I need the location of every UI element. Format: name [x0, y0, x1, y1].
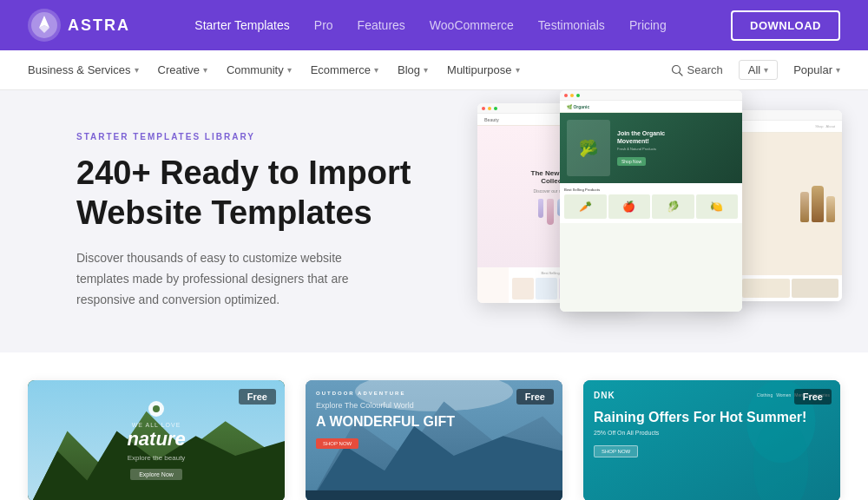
search-button[interactable]: Search	[671, 63, 723, 76]
search-label: Search	[687, 63, 723, 76]
template-card-outdoor[interactable]: OUTDOOR ADVENTURE Explore The Colourful …	[306, 380, 562, 500]
all-label: All	[748, 63, 760, 76]
outdoor-cta[interactable]: SHOP NOW	[316, 438, 358, 449]
top-navigation: ASTRA Starter Templates Pro Features Woo…	[0, 0, 868, 50]
brand-name: ASTRA	[68, 16, 130, 35]
all-filter-button[interactable]: All ▾	[739, 60, 778, 80]
chevron-down-icon: ▾	[287, 65, 292, 75]
secondary-nav-left: Business & Services ▾ Creative ▾ Communi…	[28, 63, 520, 76]
svg-line-3	[679, 72, 682, 76]
dnk-title: Raining Offers For Hot Summer!	[594, 409, 830, 425]
top-nav-links: Starter Templates Pro Features WooCommer…	[194, 18, 666, 32]
astra-logo-icon	[28, 9, 61, 42]
nav-testimonials[interactable]: Testimonials	[538, 18, 605, 32]
nav-woocommerce[interactable]: WooCommerce	[430, 18, 514, 32]
logo-area[interactable]: ASTRA	[28, 9, 130, 42]
nav-creative[interactable]: Creative ▾	[158, 63, 207, 76]
nav-ecommerce[interactable]: Ecommerce ▾	[311, 63, 378, 76]
template-badge-free: Free	[794, 389, 832, 405]
chevron-down-icon: ▾	[374, 65, 378, 75]
chevron-down-icon: ▾	[424, 65, 428, 75]
secondary-nav-right: Search All ▾ Popular ▾	[671, 60, 840, 80]
hero-title: 240+ Ready to Import Website Templates	[76, 154, 424, 233]
hero-preview-organic: 🌿 Organic 🥦 Join the OrganicMovement! Fr…	[560, 90, 742, 312]
secondary-navigation: Business & Services ▾ Creative ▾ Communi…	[0, 50, 868, 90]
outdoor-title: A WONDERFUL GIFT	[316, 413, 552, 430]
template-card-nature[interactable]: we all love nature Explore the beauty Ex…	[28, 380, 285, 500]
popular-sort-button[interactable]: Popular ▾	[793, 63, 840, 76]
template-card-dnk[interactable]: DNK ClothingWomenMenAccessories Raining …	[583, 380, 840, 500]
popular-label: Popular	[793, 63, 832, 76]
dnk-cta[interactable]: SHOP NOW	[594, 445, 638, 457]
nav-multipurpose[interactable]: Multipurpose ▾	[447, 63, 519, 76]
nav-starter-templates[interactable]: Starter Templates	[194, 18, 289, 32]
chevron-down-icon: ▾	[203, 65, 207, 75]
hero-text: STARTER TEMPLATES LIBRARY 240+ Ready to …	[76, 132, 424, 311]
nature-logo-icon	[148, 401, 164, 417]
nav-features[interactable]: Features	[358, 18, 405, 32]
dnk-logo-text: DNK	[594, 391, 615, 400]
nav-community[interactable]: Community ▾	[227, 63, 292, 76]
chevron-down-icon: ▾	[764, 65, 768, 75]
nav-business-services[interactable]: Business & Services ▾	[28, 63, 139, 76]
templates-section: we all love nature Explore the beauty Ex…	[0, 352, 868, 500]
chevron-down-icon: ▾	[135, 65, 139, 75]
hero-description: Discover thousands of easy to customize …	[76, 248, 354, 310]
hero-badge: STARTER TEMPLATES LIBRARY	[76, 132, 424, 141]
dnk-subtitle: 25% Off On All Products	[594, 430, 830, 436]
chevron-down-icon: ▾	[516, 65, 520, 75]
download-button[interactable]: DOWNLOAD	[731, 10, 840, 41]
nav-blog[interactable]: Blog ▾	[398, 63, 428, 76]
search-icon	[671, 64, 683, 76]
nature-title: nature	[127, 428, 185, 451]
template-badge-free: Free	[239, 389, 276, 405]
hero-section: STARTER TEMPLATES LIBRARY 240+ Ready to …	[0, 90, 868, 352]
template-badge-free: Free	[516, 389, 554, 405]
chevron-down-icon: ▾	[836, 65, 840, 75]
nature-tagline: we all love	[132, 422, 181, 428]
templates-grid: we all love nature Explore the beauty Ex…	[28, 380, 840, 500]
svg-point-7	[153, 405, 160, 412]
nav-pricing[interactable]: Pricing	[629, 18, 667, 32]
hero-mockup-area: Beauty HomeShopAbout The New BeautyColle…	[460, 90, 868, 338]
nav-pro[interactable]: Pro	[314, 18, 333, 32]
